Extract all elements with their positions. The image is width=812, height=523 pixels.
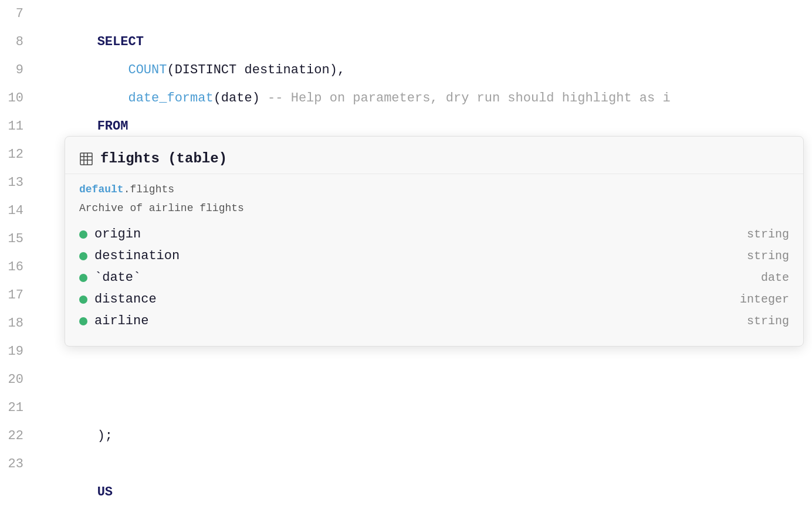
line-number-22: 22 (0, 422, 35, 450)
line-number-11: 11 (0, 113, 35, 141)
field-row-distance: distance integer (79, 288, 789, 310)
date-args: (date) (214, 91, 268, 106)
field-row-origin: origin string (79, 223, 789, 245)
code-line-23: 23 US (0, 450, 812, 478)
field-type-origin: string (747, 227, 789, 241)
line-number-17: 17 (0, 281, 35, 310)
field-dot-airline (79, 317, 87, 325)
line-number-15: 15 (0, 225, 35, 253)
line-number-9: 9 (0, 56, 35, 84)
code-line-22: 22 (0, 422, 812, 450)
code-line-20: 20 (0, 366, 812, 394)
autocomplete-header: flights (table) (65, 146, 803, 174)
field-left-date: `date` (79, 270, 141, 285)
field-name-airline: airline (94, 314, 148, 328)
line-number-23: 23 (0, 450, 35, 478)
table-icon (79, 152, 93, 166)
code-line-21: 21 ); (0, 394, 812, 422)
field-dot-origin (79, 230, 87, 239)
schema-default: default (79, 184, 124, 195)
table-description: Archive of airline flights (79, 202, 789, 214)
field-left-origin: origin (79, 227, 141, 242)
close-paren-21: ); (97, 429, 113, 443)
field-left-destination: destination (79, 249, 180, 263)
code-line-9: 9 date_format(date) -- Help on parameter… (0, 56, 812, 84)
code-line-8: 8 COUNT(DISTINCT destination), (0, 28, 812, 56)
line-number-19: 19 (0, 338, 35, 366)
line-number-10: 10 (0, 84, 35, 113)
line-number-8: 8 (0, 28, 35, 56)
field-name-origin: origin (94, 227, 141, 242)
field-dot-destination (79, 252, 87, 260)
field-row-date: `date` date (79, 267, 789, 288)
svg-rect-0 (80, 153, 92, 165)
fn-date-format: date_format (128, 91, 213, 106)
line-number-14: 14 (0, 197, 35, 225)
autocomplete-title: flights (table) (100, 151, 227, 167)
keyword-us: US (97, 485, 113, 500)
field-left-airline: airline (79, 314, 148, 328)
field-name-destination: destination (94, 249, 180, 263)
field-type-destination: string (747, 249, 789, 263)
field-dot-distance (79, 296, 87, 304)
field-name-distance: distance (94, 292, 157, 307)
code-line-7: 7 SELECT (0, 0, 812, 28)
field-name-date: `date` (94, 270, 141, 285)
autocomplete-body: default.flights Archive of airline fligh… (65, 174, 803, 332)
comment-9: -- Help on parameters, dry run should hi… (268, 91, 671, 106)
line-number-20: 20 (0, 366, 35, 394)
line-number-21: 21 (0, 394, 35, 422)
line-number-13: 13 (0, 169, 35, 197)
field-type-date: date (761, 271, 789, 284)
schema-reference: default.flights (79, 184, 789, 195)
autocomplete-dropdown[interactable]: flights (table) default.flights Archive … (65, 136, 804, 347)
field-row-destination: destination string (79, 245, 789, 267)
line-content-23: US (35, 450, 113, 523)
line-number-16: 16 (0, 253, 35, 281)
line-number-7: 7 (0, 0, 35, 28)
field-left-distance: distance (79, 292, 157, 307)
field-type-distance: integer (740, 293, 789, 306)
field-type-airline: string (747, 314, 789, 328)
field-dot-date (79, 274, 87, 282)
line-number-12: 12 (0, 141, 35, 169)
line-number-18: 18 (0, 310, 35, 338)
field-row-airline: airline string (79, 310, 789, 332)
editor-container: 7 SELECT 8 COUNT(DISTINCT destination), … (0, 0, 812, 523)
schema-table-suffix: .flights (124, 184, 174, 195)
